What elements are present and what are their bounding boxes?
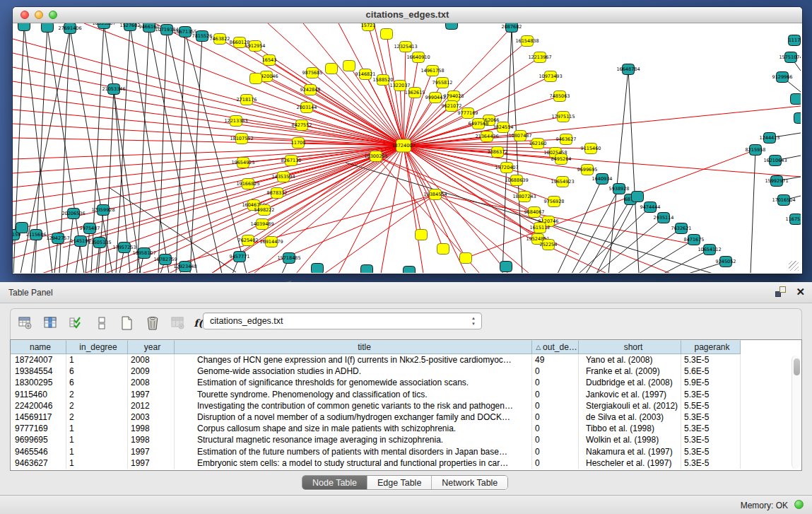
network-node[interactable]: 7955812: [433, 78, 453, 88]
network-node[interactable]: 15718485: [277, 253, 300, 264]
network-node[interactable]: 21053346: [102, 84, 125, 95]
network-node[interactable]: 9756928: [544, 197, 565, 207]
float-panel-icon[interactable]: [775, 286, 786, 297]
window-titlebar[interactable]: citations_edges.txt: [13, 7, 802, 23]
citation-network-graph[interactable]: 2769140610553287152760294661601071918416…: [13, 23, 801, 273]
network-node[interactable]: 9990443: [425, 93, 446, 103]
network-node[interactable]: 7632621: [671, 223, 692, 234]
tab-edge-table[interactable]: Edge Table: [367, 476, 432, 489]
column-header-title[interactable]: title: [175, 340, 532, 354]
network-node[interactable]: 15751074: [779, 52, 801, 63]
network-node[interactable]: 16914479: [259, 237, 283, 247]
network-node[interactable]: 19654923: [551, 177, 574, 187]
network-node[interactable]: 3824554: [493, 122, 514, 133]
network-node[interactable]: 1117: [789, 35, 801, 46]
network-node[interactable]: [446, 23, 458, 30]
network-view-window[interactable]: citations_edges.txt 27691406105532871527…: [13, 7, 802, 274]
network-node[interactable]: [416, 230, 428, 240]
table-vertical-scrollbar[interactable]: [792, 356, 800, 469]
network-node[interactable]: [794, 113, 801, 124]
network-node[interactable]: [437, 244, 449, 255]
network-node[interactable]: 2087682: [502, 23, 522, 33]
canvas-resize-grip[interactable]: [789, 261, 799, 271]
network-node[interactable]: [343, 61, 355, 71]
network-node[interactable]: 12325413: [394, 42, 417, 52]
network-node[interactable]: 16640910: [406, 52, 430, 63]
network-node[interactable]: 10688639: [505, 175, 528, 186]
network-node[interactable]: 9975487: [80, 223, 100, 234]
network-node[interactable]: 9474444: [640, 202, 661, 213]
new-document-icon[interactable]: [119, 315, 135, 332]
network-node[interactable]: 1167533: [786, 214, 801, 225]
tab-network-table[interactable]: Network Table: [432, 476, 507, 489]
network-node[interactable]: 8471675: [684, 235, 705, 245]
network-node[interactable]: 14961758: [420, 66, 444, 76]
column-header-name[interactable]: name: [11, 340, 66, 354]
table-row[interactable]: 977716911998Corpus callosum shape and si…: [11, 423, 801, 434]
table-row[interactable]: 911546021997Tourette syndrome. Phenomeno…: [11, 389, 801, 400]
network-node[interactable]: 21364436: [475, 132, 498, 142]
network-node[interactable]: 14039489: [250, 219, 273, 230]
table-row[interactable]: 946554611997Estimation of the future num…: [11, 446, 801, 457]
network-node[interactable]: 2718176: [237, 95, 257, 105]
network-node[interactable]: 15720407: [495, 163, 518, 173]
table-select-dropdown[interactable]: citations_edges.txt ▲▼: [203, 313, 482, 329]
network-node[interactable]: 5938928: [609, 184, 630, 194]
table-row[interactable]: 2242004622012Investigating the contribut…: [11, 400, 801, 411]
close-panel-icon[interactable]: ✕: [796, 286, 805, 297]
network-node[interactable]: 9699695: [577, 165, 598, 175]
column-header-short[interactable]: short: [579, 340, 681, 354]
table-row[interactable]: 1830029562008Estimation of significance …: [11, 377, 801, 388]
table-row[interactable]: 1456911722003Disruption of a novel membe…: [11, 411, 801, 423]
column-header-pagerank[interactable]: pagerank: [681, 340, 741, 354]
network-node[interactable]: 27691406: [58, 23, 81, 34]
memory-status-indicator[interactable]: [794, 500, 804, 509]
tab-node-table[interactable]: Node Table: [302, 476, 367, 489]
table-row[interactable]: 946362711997Embryonic stem cells: a mode…: [11, 457, 801, 469]
network-node[interactable]: 15723: [361, 23, 376, 31]
network-node[interactable]: 1640934: [592, 174, 613, 185]
network-node[interactable]: 12923448: [173, 262, 196, 272]
table-row[interactable]: 1938455462009Genome-wide association stu…: [11, 366, 801, 377]
network-node[interactable]: 20206536: [61, 209, 85, 219]
network-node[interactable]: 12213967: [528, 52, 551, 63]
column-header-year[interactable]: year: [128, 340, 175, 354]
network-node[interactable]: 16154838: [515, 36, 539, 47]
network-node[interactable]: 17975115: [551, 112, 575, 122]
network-canvas[interactable]: 2769140610553287152760294661601071918416…: [13, 23, 801, 273]
table-column-icon[interactable]: [43, 315, 59, 332]
network-node[interactable]: [250, 74, 262, 84]
table-row[interactable]: 1872400712008Changes of HCN gene express…: [11, 354, 801, 366]
table-settings-icon[interactable]: [18, 315, 33, 332]
network-node[interactable]: 7463822: [210, 34, 230, 45]
network-node[interactable]: 12213383: [224, 116, 247, 127]
column-header-out_de[interactable]: △out_de…: [532, 340, 579, 354]
network-node[interactable]: 19654925: [231, 158, 254, 168]
network-node[interactable]: 7386372: [488, 147, 508, 158]
network-node[interactable]: 15992971: [765, 176, 788, 187]
network-node[interactable]: 8215958: [746, 145, 766, 156]
network-node[interactable]: [16, 223, 28, 233]
select-checks-icon[interactable]: [69, 315, 84, 332]
network-node[interactable]: 8878332: [267, 188, 288, 199]
network-node[interactable]: 17359928: [91, 205, 114, 216]
network-node[interactable]: 9129966: [772, 72, 793, 83]
network-node[interactable]: [312, 264, 324, 274]
network-node[interactable]: [361, 265, 373, 274]
network-node[interactable]: 10807487: [508, 131, 531, 141]
network-node[interactable]: 1244413: [760, 133, 780, 144]
network-node[interactable]: 1527602: [120, 23, 141, 31]
network-node[interactable]: [500, 262, 512, 272]
network-node[interactable]: 17016504: [772, 195, 795, 206]
network-node[interactable]: 11700: [291, 138, 306, 148]
network-node[interactable]: 16543: [262, 55, 277, 66]
network-node[interactable]: 9242848: [300, 85, 321, 95]
network-node[interactable]: [42, 23, 54, 33]
network-node[interactable]: 8427552: [292, 120, 312, 131]
network-node[interactable]: 9457771: [230, 252, 250, 262]
network-node[interactable]: 16210643: [763, 156, 787, 166]
row-boxes-icon[interactable]: [94, 315, 110, 332]
network-node[interactable]: [18, 23, 30, 31]
network-node[interactable]: 9875685: [302, 68, 323, 78]
network-node[interactable]: 9463627: [556, 134, 577, 145]
